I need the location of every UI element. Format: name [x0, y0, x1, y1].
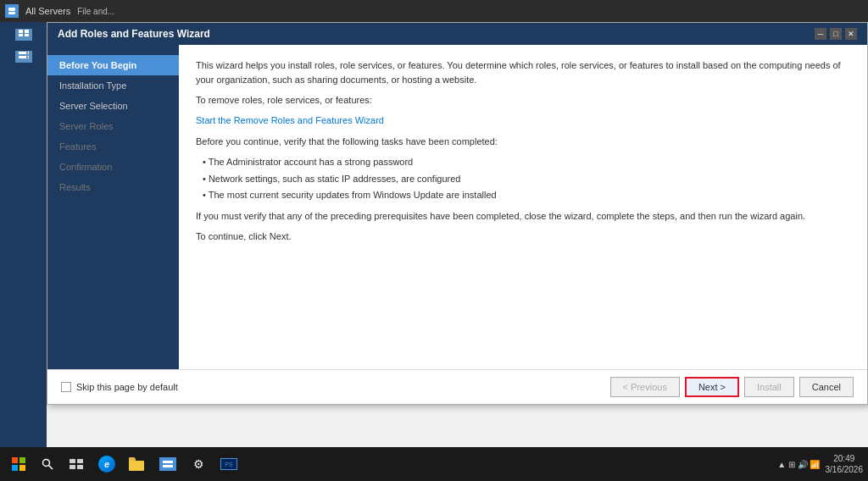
wizard-footer: Skip this page by default < Previous Nex… [47, 369, 867, 404]
internet-explorer-button[interactable]: e [93, 451, 120, 478]
skip-label: Skip this page by default [76, 382, 178, 392]
wizard-checklist: The Administrator account has a strong p… [196, 155, 850, 202]
svg-rect-5 [25, 34, 29, 36]
checklist-item-3: The most current security updates from W… [203, 188, 850, 202]
wizard-title: Add Roles and Features Wizard [58, 28, 210, 40]
footer-buttons: < Previous Next > Install Cancel [610, 377, 854, 397]
dashboard-icon [15, 29, 32, 41]
server-manager-sidebar [0, 22, 47, 447]
footer-left: Skip this page by default [61, 382, 178, 392]
windows-logo [12, 457, 25, 471]
svg-rect-1 [8, 12, 15, 14]
svg-rect-16 [163, 461, 173, 463]
wizard-nav: Before You Begin Installation Type Serve… [47, 45, 179, 369]
nav-item-features: Features [47, 136, 179, 157]
svg-rect-0 [8, 8, 15, 11]
sidebar-item-dashboard[interactable] [3, 25, 44, 46]
svg-rect-13 [77, 459, 83, 463]
svg-rect-17 [163, 465, 173, 467]
powershell-button[interactable]: PS [215, 451, 242, 478]
nav-item-before-begin[interactable]: Before You Begin [47, 55, 179, 75]
close-button[interactable]: ✕ [845, 28, 857, 40]
explorer-icon [129, 457, 146, 471]
server-manager-taskbar-icon [159, 457, 176, 471]
server-manager-topbar: All Servers File and... [0, 0, 868, 22]
date-display: 3/16/2026 [826, 464, 864, 475]
clock[interactable]: 20:49 3/16/2026 [826, 453, 864, 475]
svg-point-10 [43, 460, 50, 467]
wizard-body: Before You Begin Installation Type Serve… [47, 45, 867, 369]
wizard-close-note: If you must verify that any of the prece… [196, 209, 850, 224]
remove-wizard-link[interactable]: Start the Remove Roles and Features Wiza… [196, 115, 384, 125]
file-menu-label[interactable]: File and... [77, 7, 114, 16]
dashboard-area: BPA results Performance 1 BPA results Pe… [47, 22, 868, 447]
time-display: 20:49 [826, 453, 864, 464]
main-content-area: BPA results Performance 1 BPA results Pe… [0, 22, 868, 447]
svg-rect-15 [77, 465, 83, 469]
window-controls: ─ □ ✕ [815, 28, 857, 40]
svg-rect-14 [70, 465, 75, 469]
checklist-item-2: Network settings, such as static IP addr… [203, 172, 850, 186]
settings-button[interactable]: ⚙ [185, 451, 212, 478]
file-explorer-button[interactable] [124, 451, 151, 478]
previous-button[interactable]: < Previous [610, 377, 680, 397]
svg-rect-2 [19, 30, 23, 33]
taskview-button[interactable] [63, 451, 90, 478]
wizard-content-area: This wizard helps you install roles, rol… [179, 45, 867, 369]
nav-item-confirmation: Confirmation [47, 157, 179, 177]
wizard-intro-text: This wizard helps you install roles, rol… [196, 58, 850, 86]
sidebar-item-local-server[interactable] [3, 47, 44, 68]
wizard-titlebar: Add Roles and Features Wizard ─ □ ✕ [47, 23, 867, 45]
checklist-item-1: The Administrator account has a strong p… [203, 155, 850, 169]
svg-point-9 [26, 57, 28, 58]
wizard-continue-note: To continue, click Next. [196, 229, 850, 244]
powershell-icon: PS [220, 458, 237, 470]
all-servers-label[interactable]: All Servers [25, 6, 70, 16]
maximize-button[interactable]: □ [830, 28, 842, 40]
cancel-button[interactable]: Cancel [799, 377, 854, 397]
taskbar: e ⚙ PS ▲ ⊞ 🔊 📶 20:49 3/16/2026 [0, 447, 868, 481]
svg-rect-3 [25, 30, 29, 33]
nav-item-server-roles: Server Roles [47, 116, 179, 136]
nav-item-results: Results [47, 177, 179, 197]
install-button[interactable]: Install [744, 377, 794, 397]
wizard-verify-label: Before you continue, verify that the fol… [196, 135, 850, 149]
tray-icons: ▲ ⊞ 🔊 📶 [777, 460, 820, 469]
svg-point-8 [26, 53, 28, 54]
nav-item-installation-type[interactable]: Installation Type [47, 75, 179, 96]
settings-icon: ⚙ [191, 456, 206, 472]
svg-line-11 [49, 466, 53, 470]
svg-rect-4 [19, 34, 23, 36]
local-server-icon [15, 51, 32, 63]
minimize-button[interactable]: ─ [815, 28, 826, 40]
next-button[interactable]: Next > [685, 377, 739, 397]
start-button[interactable] [5, 451, 32, 478]
search-button[interactable] [36, 452, 59, 476]
svg-rect-12 [70, 459, 75, 463]
skip-checkbox[interactable] [61, 382, 71, 392]
server-manager-icon [5, 4, 19, 18]
server-manager-button[interactable] [154, 451, 181, 478]
ie-icon: e [98, 456, 115, 473]
nav-item-server-selection[interactable]: Server Selection [47, 96, 179, 116]
system-tray: ▲ ⊞ 🔊 📶 20:49 3/16/2026 [777, 453, 863, 475]
wizard-dialog: Add Roles and Features Wizard ─ □ ✕ Befo… [47, 22, 868, 405]
wizard-remove-label: To remove roles, role services, or featu… [196, 93, 850, 108]
